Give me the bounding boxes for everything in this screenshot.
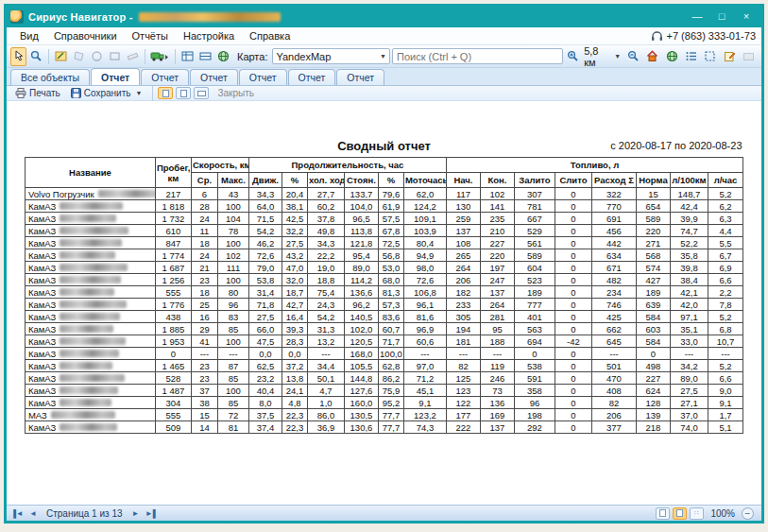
cell: 25 <box>191 299 217 311</box>
cell: 0,0 <box>282 348 307 360</box>
cell: 57,5 <box>378 213 403 225</box>
cell: 401 <box>514 311 555 323</box>
chevron-down-icon[interactable]: ▼ <box>614 53 621 60</box>
cell: 42,4 <box>670 200 708 213</box>
circle-tool-button[interactable] <box>89 47 105 66</box>
rectangle-tool-button[interactable] <box>107 47 123 66</box>
previous-page-button[interactable]: ◄ <box>26 507 40 520</box>
cell: --- <box>217 348 248 360</box>
view-mode-single-button[interactable] <box>158 87 173 99</box>
cell: 425 <box>591 311 636 323</box>
close-report-button[interactable]: Закрыть <box>212 88 260 98</box>
view-mode-continuous-button[interactable] <box>176 87 191 99</box>
table-row: КамАЗ0------0,00,0---168,0100,0---------… <box>25 348 742 360</box>
redacted-plate <box>60 423 117 431</box>
cell: 777 <box>514 299 555 311</box>
print-label: Печать <box>29 87 60 100</box>
cell: 24,3 <box>307 299 344 311</box>
close-button[interactable]: × <box>735 9 758 25</box>
cell: 79,6 <box>378 188 403 200</box>
globe-button[interactable] <box>215 47 231 66</box>
cell: 62,8 <box>378 360 403 372</box>
zoom-tool-button[interactable] <box>28 47 44 66</box>
cell: 57,3 <box>378 299 403 311</box>
zoom-fit-page-button[interactable] <box>656 507 670 520</box>
map-select[interactable]: YandexMap ▼ <box>272 48 390 64</box>
cell: 182 <box>446 286 480 299</box>
camera-button[interactable] <box>741 47 758 66</box>
cell: 42,0 <box>670 299 708 311</box>
report-table-body: Volvo Погрузчик21764334,320,427,7133,779… <box>25 188 742 434</box>
zoom-out-icon[interactable] <box>624 47 641 66</box>
edit-note-button[interactable] <box>721 47 738 66</box>
table-view-button[interactable] <box>197 47 213 66</box>
chart-view-button[interactable] <box>179 47 196 66</box>
menu-item-2[interactable]: Справочники <box>46 28 125 43</box>
edit-geozone-button[interactable] <box>53 47 69 66</box>
cell: 24 <box>191 249 217 262</box>
zoom-fit-width-button[interactable] <box>673 507 687 520</box>
vehicle-name: КамАЗ <box>28 349 56 359</box>
cell: --- <box>403 348 446 360</box>
cell: 75,4 <box>307 286 344 299</box>
cell: 37,4 <box>248 421 282 434</box>
cell: 584 <box>636 311 670 323</box>
ruler-tool-button[interactable] <box>125 47 141 66</box>
zoom-thumbnails-button[interactable]: ∷ <box>690 507 704 520</box>
search-input[interactable] <box>392 48 563 64</box>
next-page-button[interactable]: ► <box>129 507 143 520</box>
zoom-in-icon[interactable] <box>565 47 582 66</box>
cell: 96,9 <box>403 323 446 335</box>
tab-report-5[interactable]: Отчет <box>288 69 336 85</box>
menu-item-5[interactable]: Справка <box>242 28 298 43</box>
menu-item-4[interactable]: Настройка <box>176 28 242 43</box>
map-scale-value[interactable]: 5,8 км <box>584 45 610 68</box>
vehicle-name-cell: КамАЗ <box>25 200 155 213</box>
menu-item-1[interactable]: Вид <box>12 28 46 43</box>
support-phone: +7 (863) 333-01-73 <box>667 30 756 42</box>
cell: 31,4 <box>248 286 282 299</box>
vehicle-tracking-button[interactable] <box>149 47 172 66</box>
headset-icon <box>651 30 663 42</box>
zoom-out-button[interactable]: − <box>742 507 754 520</box>
cell: 137 <box>480 421 514 434</box>
menu-item-3[interactable]: Отчёты <box>125 28 176 43</box>
vehicle-name: КамАЗ <box>28 287 56 298</box>
tab-report-1[interactable]: Отчет <box>91 68 140 85</box>
cell: 307 <box>514 188 555 200</box>
cell: 133,7 <box>344 188 378 200</box>
cell: 9,0 <box>708 385 742 397</box>
tab-report-4[interactable]: Отчет <box>239 69 287 85</box>
cell: 104 <box>217 213 248 225</box>
polygon-tool-button[interactable] <box>71 47 87 66</box>
pan-tool-button[interactable] <box>10 47 26 66</box>
cell: 5,2 <box>708 360 742 372</box>
maximize-button[interactable]: □ <box>710 9 733 25</box>
cell: 74,3 <box>403 421 446 434</box>
tab-report-3[interactable]: Отчет <box>190 69 238 85</box>
selection-frame-button[interactable] <box>702 47 719 66</box>
column-header-7: % <box>378 173 403 188</box>
save-button[interactable]: Сохранить ▼ <box>67 87 148 100</box>
first-page-button[interactable]: ▐◄ <box>10 507 24 520</box>
cell: 14 <box>191 421 217 434</box>
tab-report-6[interactable]: Отчет <box>336 69 384 85</box>
redacted-plate <box>60 337 126 345</box>
cell: 27,5 <box>248 311 282 323</box>
cell: 304 <box>155 397 191 409</box>
table-row: КамАЗ555188031,418,775,4136,681,3106,818… <box>25 286 742 299</box>
minimize-button[interactable]: — <box>686 9 708 25</box>
home-button[interactable] <box>644 47 661 66</box>
cell: 482 <box>591 274 636 286</box>
cell: 233 <box>446 299 480 311</box>
tab-all-objects[interactable]: Все объекты <box>10 69 90 85</box>
globe-layers-button[interactable] <box>663 47 680 66</box>
cell: 50,1 <box>307 372 344 385</box>
list-button[interactable] <box>682 47 699 66</box>
last-page-button[interactable]: ►▌ <box>145 507 159 520</box>
vehicle-name-cell: КамАЗ <box>25 335 155 348</box>
print-button[interactable]: Печать <box>11 87 64 100</box>
view-mode-facing-button[interactable] <box>194 87 209 99</box>
tab-report-2[interactable]: Отчет <box>141 69 189 85</box>
cell: 160,0 <box>344 397 378 409</box>
